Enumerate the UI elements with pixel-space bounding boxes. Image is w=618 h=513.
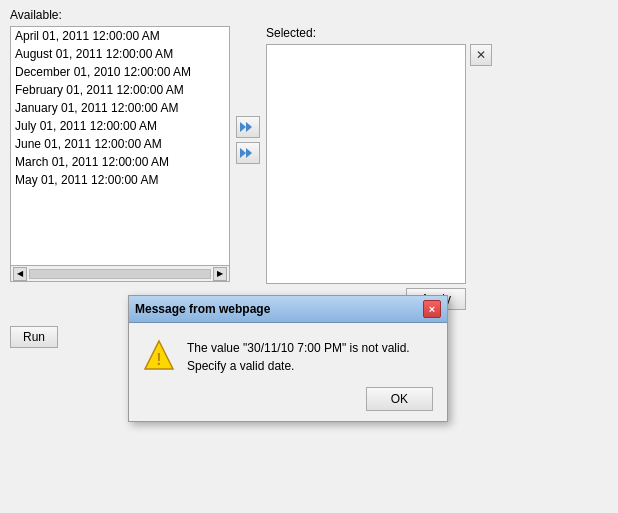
dialog-message: The value "30/11/10 7:00 PM" is not vali… [187, 339, 410, 375]
dialog-box: Message from webpage × ! The value "30/1… [128, 295, 448, 422]
dialog-title: Message from webpage [135, 302, 270, 316]
dialog-titlebar: Message from webpage × [129, 296, 447, 323]
warning-icon: ! [143, 339, 175, 371]
modal-overlay: Message from webpage × ! The value "30/1… [0, 0, 618, 513]
dialog-footer: OK [129, 387, 447, 421]
svg-text:!: ! [156, 351, 161, 368]
dialog-message-line2: Specify a valid date. [187, 357, 410, 375]
ok-button[interactable]: OK [366, 387, 433, 411]
dialog-body: ! The value "30/11/10 7:00 PM" is not va… [129, 323, 447, 387]
dialog-close-button[interactable]: × [423, 300, 441, 318]
dialog-message-line1: The value "30/11/10 7:00 PM" is not vali… [187, 339, 410, 357]
